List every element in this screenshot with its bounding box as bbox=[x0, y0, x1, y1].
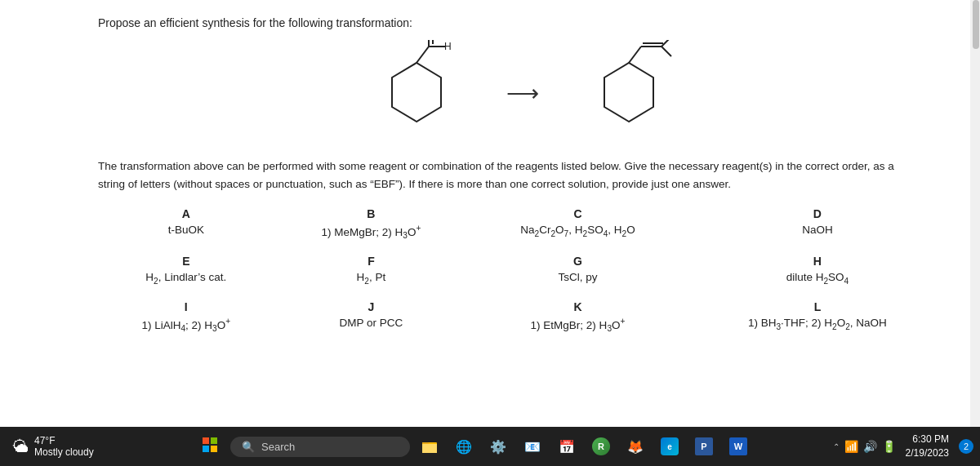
value-C: Na2Cr2O7, H2SO4, H2O bbox=[468, 222, 688, 251]
reagents-header-row-2: E F G H bbox=[98, 251, 947, 269]
header-B: B bbox=[274, 204, 469, 222]
taskbar-app-green[interactable]: R bbox=[586, 432, 616, 461]
header-C: C bbox=[468, 204, 688, 222]
reagents-value-row-1: t-BuOK 1) MeMgBr; 2) H3O+ Na2Cr2O7, H2SO… bbox=[98, 222, 947, 251]
header-J: J bbox=[274, 297, 469, 315]
taskbar-app-blue[interactable]: 🦊 bbox=[621, 432, 650, 461]
svg-rect-13 bbox=[203, 437, 209, 444]
taskbar-mail[interactable]: 📧 bbox=[518, 432, 547, 461]
weather-icon: 🌥 bbox=[13, 437, 29, 456]
taskbar: 🌥 47°F Mostly cloudy 🔍 Search bbox=[0, 427, 980, 466]
notification-badge[interactable]: 2 bbox=[959, 439, 973, 454]
clock-date: 2/19/2023 bbox=[906, 446, 949, 460]
svg-marker-7 bbox=[604, 63, 653, 122]
reaction-arrow: ⟶ bbox=[506, 80, 539, 107]
header-H: H bbox=[688, 251, 947, 269]
weather-text: 47°F Mostly cloudy bbox=[34, 435, 94, 459]
tray-volume[interactable]: 🔊 bbox=[863, 440, 877, 453]
header-L: L bbox=[688, 297, 947, 315]
svg-line-8 bbox=[629, 47, 641, 63]
reagents-value-row-2: H2, Lindlar’s cat. H2, Pt TsCl, py dilut… bbox=[98, 269, 947, 297]
product-molecule bbox=[564, 40, 694, 146]
header-I: I bbox=[98, 297, 274, 315]
weather-widget[interactable]: 🌥 47°F Mostly cloudy bbox=[7, 432, 100, 462]
svg-text:H: H bbox=[444, 41, 452, 52]
value-B: 1) MeMgBr; 2) H3O+ bbox=[274, 222, 469, 251]
weather-temp: 47°F bbox=[34, 435, 94, 446]
tray-battery[interactable]: 🔋 bbox=[882, 440, 896, 453]
svg-line-12 bbox=[662, 47, 671, 56]
taskbar-app-word[interactable]: P bbox=[689, 432, 719, 461]
svg-line-1 bbox=[416, 47, 429, 63]
value-F: H2, Pt bbox=[274, 269, 469, 297]
reagents-header-row-1: A B C D bbox=[98, 204, 947, 222]
start-button[interactable] bbox=[194, 433, 225, 461]
tray-arrow[interactable]: ⌃ bbox=[833, 442, 840, 451]
main-content: Propose an efficient synthesis for the f… bbox=[0, 0, 980, 427]
value-D: NaOH bbox=[688, 222, 947, 251]
svg-rect-16 bbox=[211, 446, 217, 452]
value-H: dilute H2SO4 bbox=[688, 269, 947, 297]
svg-marker-0 bbox=[392, 63, 441, 122]
taskbar-left: 🌥 47°F Mostly cloudy bbox=[7, 432, 137, 462]
weather-condition: Mostly cloudy bbox=[34, 446, 94, 458]
svg-rect-15 bbox=[203, 446, 209, 452]
reagents-value-row-3: 1) LiAlH4; 2) H3O+ DMP or PCC 1) EtMgBr;… bbox=[98, 315, 947, 344]
clock-time: 6:30 PM bbox=[912, 433, 949, 446]
search-bar[interactable]: 🔍 Search bbox=[230, 437, 410, 457]
search-icon: 🔍 bbox=[242, 441, 255, 453]
reactant-molecule: O H bbox=[351, 40, 482, 146]
header-K: K bbox=[468, 297, 688, 315]
value-I: 1) LiAlH4; 2) H3O+ bbox=[98, 315, 274, 344]
reagents-header-row-3: I J K L bbox=[98, 297, 947, 315]
taskbar-file-explorer[interactable] bbox=[415, 432, 444, 461]
header-F: F bbox=[274, 251, 469, 269]
header-E: E bbox=[98, 251, 274, 269]
system-tray: ⌃ 📶 🔊 🔋 bbox=[833, 440, 896, 453]
taskbar-calendar[interactable]: 📅 bbox=[552, 432, 581, 461]
scrollbar-thumb[interactable] bbox=[973, 0, 979, 49]
value-J: DMP or PCC bbox=[274, 315, 469, 344]
taskbar-center: 🔍 Search 🌐 ⚙️ 📧 📅 R 🦊 e P W bbox=[140, 432, 807, 461]
reaction-container: O H ⟶ bbox=[98, 40, 947, 146]
header-G: G bbox=[468, 251, 688, 269]
scrollbar[interactable] bbox=[970, 0, 980, 427]
value-A: t-BuOK bbox=[98, 222, 274, 251]
svg-rect-14 bbox=[211, 437, 217, 444]
reagents-table: A B C D t-BuOK 1) MeMgBr; 2) H3O+ Na2Cr2… bbox=[98, 204, 947, 344]
taskbar-app-word2[interactable]: W bbox=[724, 432, 753, 461]
value-K: 1) EtMgBr; 2) H3O+ bbox=[468, 315, 688, 344]
taskbar-settings[interactable]: ⚙️ bbox=[483, 432, 513, 461]
value-G: TsCl, py bbox=[468, 269, 688, 297]
value-E: H2, Lindlar’s cat. bbox=[98, 269, 274, 297]
clock[interactable]: 6:30 PM 2/19/2023 bbox=[901, 431, 954, 462]
problem-intro: Propose an efficient synthesis for the f… bbox=[98, 15, 947, 32]
taskbar-browser[interactable]: 🌐 bbox=[449, 432, 479, 461]
value-L: 1) BH3·THF; 2) H2O2, NaOH bbox=[688, 315, 947, 344]
tray-network[interactable]: 📶 bbox=[844, 440, 858, 453]
search-label: Search bbox=[261, 441, 295, 453]
header-D: D bbox=[688, 204, 947, 222]
taskbar-app-edge[interactable]: e bbox=[655, 432, 684, 461]
taskbar-right: ⌃ 📶 🔊 🔋 6:30 PM 2/19/2023 2 bbox=[810, 431, 973, 462]
description-text: The transformation above can be performe… bbox=[98, 158, 898, 193]
header-A: A bbox=[98, 204, 274, 222]
